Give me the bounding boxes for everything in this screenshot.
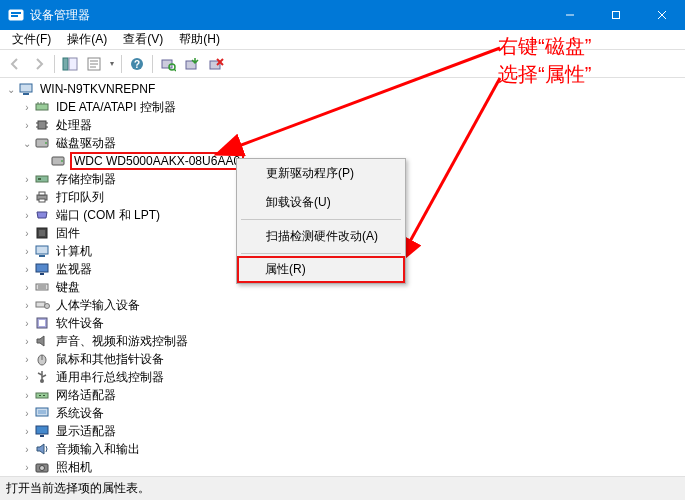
tree-node-audio[interactable]: › 音频输入和输出 <box>4 440 681 458</box>
computer-icon <box>18 81 34 97</box>
expand-icon[interactable]: › <box>20 444 34 455</box>
node-label: 通用串行总线控制器 <box>54 369 166 386</box>
expand-icon[interactable]: › <box>20 102 34 113</box>
device-tree[interactable]: ⌄ WIN-N9TKVNREPNF › IDE ATA/ATAPI 控制器 › … <box>0 78 685 476</box>
svg-line-17 <box>174 69 176 71</box>
node-label: 鼠标和其他指针设备 <box>54 351 166 368</box>
node-label: 显示适配器 <box>54 423 118 440</box>
tree-node-cpu[interactable]: › 处理器 <box>4 116 681 134</box>
expand-icon[interactable]: › <box>20 354 34 365</box>
cm-update-driver[interactable]: 更新驱动程序(P) <box>237 159 405 188</box>
svg-rect-41 <box>39 199 45 202</box>
dropdown-icon[interactable]: ▾ <box>107 59 117 68</box>
node-label: 端口 (COM 和 LPT) <box>54 207 162 224</box>
svg-rect-67 <box>40 435 44 437</box>
titlebar: 设备管理器 <box>0 0 685 30</box>
expand-icon[interactable]: › <box>20 372 34 383</box>
menu-view[interactable]: 查看(V) <box>115 29 171 50</box>
node-label: 磁盘驱动器 <box>54 135 118 152</box>
svg-rect-43 <box>39 230 45 236</box>
usb-icon <box>34 369 50 385</box>
uninstall-button[interactable] <box>205 53 227 75</box>
tree-node-camera[interactable]: › 照相机 <box>4 458 681 476</box>
context-menu: 更新驱动程序(P) 卸载设备(U) 扫描检测硬件改动(A) 属性(R) <box>236 158 406 284</box>
svg-rect-38 <box>38 178 41 180</box>
expand-icon[interactable]: › <box>20 174 34 185</box>
expand-icon[interactable]: › <box>20 210 34 221</box>
expand-icon[interactable]: › <box>20 390 34 401</box>
expand-icon[interactable]: › <box>20 300 34 311</box>
expand-icon[interactable]: › <box>20 426 34 437</box>
tree-node-hid[interactable]: › 人体学输入设备 <box>4 296 681 314</box>
cm-uninstall[interactable]: 卸载设备(U) <box>237 188 405 217</box>
tree-node-sound[interactable]: › 声音、视频和游戏控制器 <box>4 332 681 350</box>
software-device-icon <box>34 315 50 331</box>
statusbar: 打开当前选择项的属性表。 <box>0 476 685 500</box>
tree-node-system[interactable]: › 系统设备 <box>4 404 681 422</box>
svg-rect-62 <box>39 395 41 396</box>
update-driver-button[interactable] <box>181 53 203 75</box>
collapse-icon[interactable]: ⌄ <box>20 138 34 149</box>
expand-icon[interactable]: › <box>20 228 34 239</box>
cm-scan-changes[interactable]: 扫描检测硬件改动(A) <box>237 222 405 251</box>
menu-help[interactable]: 帮助(H) <box>171 29 228 50</box>
cm-properties[interactable]: 属性(R) <box>237 256 405 283</box>
svg-rect-40 <box>39 192 45 195</box>
maximize-button[interactable] <box>593 0 639 30</box>
expand-icon[interactable]: › <box>20 336 34 347</box>
system-device-icon <box>34 405 50 421</box>
tree-node-usb[interactable]: › 通用串行总线控制器 <box>4 368 681 386</box>
svg-rect-28 <box>38 121 46 129</box>
properties-button[interactable] <box>83 53 105 75</box>
expand-icon[interactable]: › <box>20 120 34 131</box>
cm-separator <box>241 219 401 220</box>
svg-point-52 <box>45 304 50 309</box>
node-label: 软件设备 <box>54 315 106 332</box>
node-label: 监视器 <box>54 261 94 278</box>
expand-icon[interactable]: › <box>20 408 34 419</box>
toolbar-separator <box>152 55 153 73</box>
expand-icon[interactable]: › <box>20 246 34 257</box>
nav-back-button[interactable] <box>4 53 26 75</box>
tree-node-net[interactable]: › 网络适配器 <box>4 386 681 404</box>
storage-controller-icon <box>34 171 50 187</box>
tree-node-ide[interactable]: › IDE ATA/ATAPI 控制器 <box>4 98 681 116</box>
menu-action[interactable]: 操作(A) <box>59 29 115 50</box>
computer-node-icon <box>34 243 50 259</box>
node-label: 音频输入和输出 <box>54 441 142 458</box>
svg-rect-51 <box>36 302 45 307</box>
tree-root-label: WIN-N9TKVNREPNF <box>38 82 157 96</box>
svg-rect-4 <box>613 12 620 19</box>
expand-icon[interactable]: › <box>20 192 34 203</box>
close-button[interactable] <box>639 0 685 30</box>
menu-file[interactable]: 文件(F) <box>4 29 59 50</box>
disk-icon <box>50 153 66 169</box>
show-hide-tree-button[interactable] <box>59 53 81 75</box>
tree-node-software[interactable]: › 软件设备 <box>4 314 681 332</box>
expand-icon[interactable]: › <box>20 462 34 473</box>
tree-node-display[interactable]: › 显示适配器 <box>4 422 681 440</box>
app-icon <box>8 7 24 23</box>
tree-node-disk-drives[interactable]: ⌄ 磁盘驱动器 <box>4 134 681 152</box>
svg-rect-63 <box>43 395 45 396</box>
display-adapter-icon <box>34 423 50 439</box>
svg-rect-1 <box>11 12 21 14</box>
annotation-text: 右键“磁盘” 选择“属性” <box>498 32 591 88</box>
expand-icon[interactable]: › <box>20 264 34 275</box>
scan-hardware-button[interactable] <box>157 53 179 75</box>
nav-fwd-button[interactable] <box>28 53 50 75</box>
svg-rect-65 <box>38 410 46 414</box>
svg-point-69 <box>40 466 45 471</box>
toolbar-separator <box>121 55 122 73</box>
disk-drive-icon <box>34 135 50 151</box>
help-button[interactable]: ? <box>126 53 148 75</box>
svg-rect-2 <box>11 15 18 17</box>
tree-node-mouse[interactable]: › 鼠标和其他指针设备 <box>4 350 681 368</box>
minimize-button[interactable] <box>547 0 593 30</box>
svg-rect-61 <box>36 393 48 398</box>
expand-icon[interactable]: › <box>20 318 34 329</box>
camera-icon <box>34 459 50 475</box>
svg-rect-44 <box>36 246 48 254</box>
expand-icon[interactable]: › <box>20 282 34 293</box>
collapse-icon[interactable]: ⌄ <box>4 84 18 95</box>
